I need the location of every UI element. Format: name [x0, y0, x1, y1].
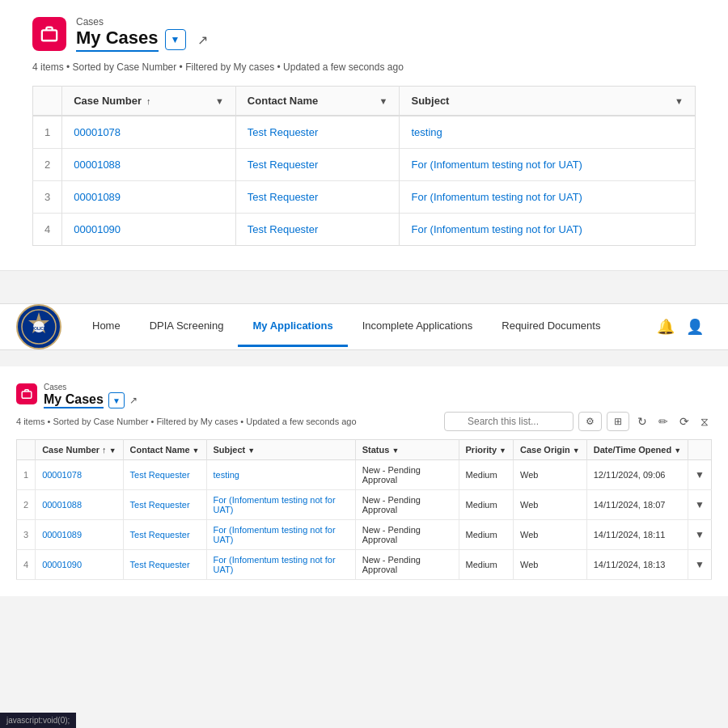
sync-btn[interactable]: ⟳ — [676, 413, 692, 430]
bottom-my-cases-dropdown[interactable]: ▼ — [108, 392, 125, 408]
top-section: Cases My Cases ▼ ↗ 4 items • Sorted by C… — [0, 0, 728, 271]
subject-link[interactable]: For (Infomentum testing not for UAT) — [411, 223, 582, 235]
b-contact-name-cell: Test Requester — [123, 520, 206, 550]
svg-rect-6 — [22, 392, 32, 398]
b-case-number-link[interactable]: 00001078 — [42, 470, 82, 480]
columns-btn[interactable]: ⊞ — [607, 412, 629, 431]
case-number-cell: 00001089 — [62, 181, 236, 214]
b-status-cell: New - Pending Approval — [355, 490, 459, 520]
filter-btn[interactable]: ⧖ — [697, 413, 712, 430]
b-contact-name-link[interactable]: Test Requester — [130, 530, 190, 540]
nav-item-my-applications[interactable]: My Applications — [238, 307, 347, 347]
b-th-priority[interactable]: Priority ▼ — [459, 440, 514, 460]
b-case-number-link[interactable]: 00001090 — [42, 560, 82, 569]
b-th-status[interactable]: Status ▼ — [355, 440, 459, 460]
profile-btn[interactable]: 👤 — [686, 318, 704, 336]
case-number-cell: 00001088 — [62, 149, 236, 181]
b-case-number-cell: 00001090 — [36, 550, 123, 580]
b-case-number-link[interactable]: 00001088 — [42, 500, 82, 510]
b-status-cell: New - Pending Approval — [355, 460, 459, 490]
b-row-dropdown-btn[interactable]: ▼ — [695, 559, 705, 570]
b-case-number-cell: 00001088 — [36, 490, 123, 520]
b-contact-name-link[interactable]: Test Requester — [130, 560, 190, 569]
bottom-cases-label: Cases — [44, 383, 66, 392]
cases-table: Case Number ↑ ▼ Contact Name ▼ Subject ▼ — [32, 86, 696, 246]
b-row-dropdown-btn[interactable]: ▼ — [695, 469, 705, 480]
table-row: 1 00001078 Test Requester testing — [33, 116, 696, 149]
nav-item-dpia-screening[interactable]: DPIA Screening — [135, 307, 239, 347]
contact-name-link[interactable]: Test Requester — [248, 223, 318, 235]
contact-name-link[interactable]: Test Requester — [248, 126, 318, 138]
col-dropdown-subject[interactable]: ▼ — [675, 96, 684, 106]
case-number-link[interactable]: 00001090 — [74, 223, 121, 235]
b-th-date-opened[interactable]: Date/Time Opened ▼ — [586, 440, 688, 460]
case-number-cell: 00001078 — [62, 116, 236, 149]
b-th-num — [17, 440, 36, 460]
b-contact-name-link[interactable]: Test Requester — [130, 470, 190, 480]
b-status-cell: New - Pending Approval — [355, 550, 459, 580]
search-wrapper — [444, 412, 574, 431]
b-subject-cell: For (Infomentum testing not for UAT) — [206, 550, 355, 580]
cases-title-group: Cases My Cases ▼ ↗ — [76, 16, 213, 52]
b-row-num: 4 — [17, 550, 36, 580]
col-dropdown-contact-name[interactable]: ▼ — [379, 96, 388, 106]
case-number-link[interactable]: 00001088 — [74, 159, 121, 171]
th-case-number[interactable]: Case Number ↑ ▼ — [62, 87, 236, 116]
nav-item-required-documents[interactable]: Required Documents — [487, 307, 615, 347]
b-date-opened-cell: 12/11/2024, 09:06 — [586, 460, 688, 490]
th-subject[interactable]: Subject ▼ — [400, 87, 696, 116]
b-row-dropdown-btn[interactable]: ▼ — [695, 529, 705, 540]
b-th-case-number[interactable]: Case Number ↑ ▼ — [36, 440, 123, 460]
b-subject-link[interactable]: testing — [214, 470, 239, 480]
b-case-origin-cell: Web — [514, 460, 587, 490]
subject-link[interactable]: testing — [411, 126, 442, 138]
nav-item-home[interactable]: Home — [78, 307, 135, 347]
settings-btn[interactable]: ⚙ — [578, 412, 602, 431]
th-contact-name[interactable]: Contact Name ▼ — [235, 87, 400, 116]
row-num: 4 — [33, 214, 62, 246]
b-priority-cell: Medium — [459, 550, 514, 580]
b-subject-link[interactable]: For (Infomentum testing not for UAT) — [214, 555, 336, 574]
b-th-case-origin[interactable]: Case Origin ▼ — [514, 440, 587, 460]
b-row-num: 2 — [17, 490, 36, 520]
table-header-row: Case Number ↑ ▼ Contact Name ▼ Subject ▼ — [33, 87, 696, 116]
edit-btn[interactable]: ✏ — [655, 413, 671, 430]
notification-btn[interactable]: 🔔 — [657, 318, 675, 336]
refresh-btn[interactable]: ↻ — [634, 413, 650, 430]
case-number-link[interactable]: 00001078 — [74, 126, 121, 138]
my-cases-dropdown-btn[interactable]: ▼ — [165, 29, 186, 50]
b-status-cell: New - Pending Approval — [355, 520, 459, 550]
case-number-link[interactable]: 00001089 — [74, 191, 121, 203]
b-row-dropdown-btn[interactable]: ▼ — [695, 499, 705, 510]
share-btn[interactable]: ↗ — [193, 31, 213, 49]
b-row-actions-cell: ▼ — [688, 550, 712, 580]
nav-section: POLICE HomeDPIA ScreeningMy Applications… — [0, 303, 728, 350]
cases-header: Cases My Cases ▼ ↗ — [32, 16, 696, 52]
b-case-number-link[interactable]: 00001089 — [42, 530, 82, 540]
row-num: 1 — [33, 116, 62, 149]
b-th-contact-name[interactable]: Contact Name ▼ — [123, 440, 206, 460]
nav-items-container: HomeDPIA ScreeningMy ApplicationsIncompl… — [78, 307, 615, 347]
b-th-actions — [688, 440, 712, 460]
contact-name-link[interactable]: Test Requester — [248, 159, 318, 171]
b-date-opened-cell: 14/11/2024, 18:11 — [586, 520, 688, 550]
contact-name-link[interactable]: Test Requester — [248, 191, 318, 203]
b-subject-link[interactable]: For (Infomentum testing not for UAT) — [214, 495, 336, 514]
subject-cell: For (Infomentum testing not for UAT) — [400, 214, 696, 246]
b-priority-cell: Medium — [459, 460, 514, 490]
subject-link[interactable]: For (Infomentum testing not for UAT) — [411, 191, 582, 203]
subject-link[interactable]: For (Infomentum testing not for UAT) — [411, 159, 582, 171]
cases-label: Cases — [76, 16, 213, 28]
b-subject-link[interactable]: For (Infomentum testing not for UAT) — [214, 525, 336, 544]
search-input[interactable] — [444, 412, 574, 431]
cases-icon — [32, 17, 66, 51]
b-contact-name-link[interactable]: Test Requester — [130, 500, 190, 510]
b-date-opened-cell: 14/11/2024, 18:13 — [586, 550, 688, 580]
bottom-cases-header: Cases My Cases ▼ ↗ — [16, 379, 712, 408]
b-th-subject[interactable]: Subject ▼ — [206, 440, 355, 460]
nav-item-incomplete-applications[interactable]: Incomplete Applications — [348, 307, 488, 347]
contact-name-cell: Test Requester — [235, 116, 400, 149]
b-subject-cell: For (Infomentum testing not for UAT) — [206, 490, 355, 520]
col-dropdown-case-number[interactable]: ▼ — [215, 96, 224, 106]
bottom-share-btn[interactable]: ↗ — [129, 395, 138, 406]
